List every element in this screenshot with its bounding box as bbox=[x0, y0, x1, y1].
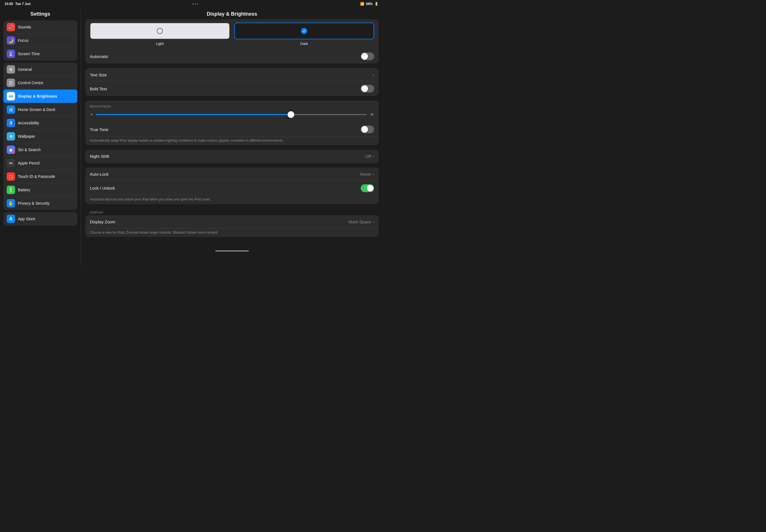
dark-mode-preview bbox=[234, 23, 374, 39]
brightness-low-icon: ☀ bbox=[90, 112, 93, 117]
display-zoom-row[interactable]: Display Zoom More Space › bbox=[85, 215, 378, 229]
true-tone-toggle[interactable] bbox=[361, 125, 374, 133]
bold-text-toggle[interactable] bbox=[361, 85, 374, 93]
sidebar-label-focus: Focus bbox=[18, 38, 28, 43]
brightness-card: BRIGHTNESS ☀ ☀ True Tone bbox=[85, 100, 378, 145]
brightness-section-label: BRIGHTNESS bbox=[90, 105, 374, 108]
sidebar-item-sounds[interactable]: 🔊 Sounds bbox=[3, 20, 77, 34]
dot3 bbox=[197, 3, 198, 4]
main-layout: Settings 🔊 Sounds 🌙 Focus ⌛ Screen Time … bbox=[0, 8, 383, 266]
auto-lock-label: Auto-Lock bbox=[90, 172, 360, 176]
sidebar-item-controlcentre[interactable]: ☰ Control Centre bbox=[3, 76, 77, 90]
display-zoom-chevron: › bbox=[373, 220, 374, 224]
dark-mode-option[interactable]: Dark bbox=[234, 23, 374, 46]
homescreen-icon: ⊞ bbox=[7, 105, 15, 114]
lock-card: Auto-Lock Never › Lock / Unlock Automati… bbox=[85, 168, 378, 204]
sidebar-label-appstore: App Store bbox=[18, 217, 35, 221]
home-indicator bbox=[81, 248, 383, 254]
sidebar-label-wallpaper: Wallpaper bbox=[18, 134, 35, 139]
privacy-icon: ✋ bbox=[7, 199, 15, 207]
night-shift-card: Night Shift Off › bbox=[85, 150, 378, 163]
battery-icon: 🔋 bbox=[374, 2, 378, 6]
lock-unlock-label: Lock / Unlock bbox=[90, 186, 361, 190]
status-left: 15:00 Tue 7 Jun bbox=[4, 2, 31, 6]
sidebar-label-display: Display & Brightness bbox=[18, 94, 57, 98]
sidebar-label-homescreen: Home Screen & Dock bbox=[18, 107, 55, 112]
sidebar-item-appstore[interactable]: A App Store bbox=[3, 212, 77, 226]
lock-unlock-subtitle: Automatically lock and unlock your iPad … bbox=[85, 195, 378, 204]
sidebar-item-display[interactable]: AA Display & Brightness bbox=[3, 90, 77, 103]
focus-icon: 🌙 bbox=[7, 36, 15, 45]
night-shift-value: Off bbox=[366, 154, 371, 159]
automatic-toggle-thumb bbox=[361, 53, 368, 60]
display-zoom-subtitle: Choose a view for iPad. Zoomed shows lar… bbox=[85, 229, 378, 237]
sidebar-label-battery: Battery bbox=[18, 188, 30, 192]
light-mode-option[interactable]: Light bbox=[90, 23, 230, 46]
night-shift-row[interactable]: Night Shift Off › bbox=[85, 150, 378, 163]
lock-unlock-toggle[interactable] bbox=[361, 184, 374, 192]
sidebar-item-wallpaper[interactable]: ❄ Wallpaper bbox=[3, 130, 77, 143]
sidebar-item-applepencil[interactable]: ✏ Apple Pencil bbox=[3, 156, 77, 170]
applepencil-icon: ✏ bbox=[7, 159, 15, 167]
bold-text-label: Bold Text bbox=[90, 86, 361, 91]
appstore-icon: A bbox=[7, 215, 15, 223]
automatic-toggle[interactable] bbox=[361, 52, 374, 60]
true-tone-toggle-thumb bbox=[361, 126, 368, 133]
text-size-row[interactable]: Text Size › bbox=[85, 68, 378, 81]
light-mode-radio[interactable] bbox=[157, 28, 163, 34]
wifi-icon: 📶 bbox=[360, 2, 364, 6]
sidebar-item-general[interactable]: ⚙ General bbox=[3, 63, 77, 76]
auto-lock-value: Never bbox=[360, 172, 371, 176]
display-zoom-label: Display Zoom bbox=[90, 219, 348, 224]
sidebar-item-screentime[interactable]: ⌛ Screen Time bbox=[3, 47, 77, 61]
sidebar-item-accessibility[interactable]: ♿ Accessibility bbox=[3, 116, 77, 130]
dot1 bbox=[192, 3, 194, 4]
text-card: Text Size › Bold Text bbox=[85, 68, 378, 96]
sidebar-item-privacy[interactable]: ✋ Privacy & Security bbox=[3, 197, 77, 210]
status-right: 📶 68% 🔋 bbox=[360, 2, 378, 6]
sidebar-item-homescreen[interactable]: ⊞ Home Screen & Dock bbox=[3, 103, 77, 116]
touchid-icon: ⬡ bbox=[7, 172, 15, 181]
mode-selector: Light Dark bbox=[85, 19, 378, 49]
display-icon: AA bbox=[7, 92, 15, 100]
sidebar-item-battery[interactable]: 🔋 Battery bbox=[3, 183, 77, 197]
automatic-label: Automatic bbox=[90, 54, 361, 59]
sidebar-item-focus[interactable]: 🌙 Focus bbox=[3, 34, 77, 47]
sidebar-label-accessibility: Accessibility bbox=[18, 121, 39, 125]
auto-lock-chevron: › bbox=[373, 172, 374, 176]
wallpaper-icon: ❄ bbox=[7, 132, 15, 141]
status-bar: 15:00 Tue 7 Jun 📶 68% 🔋 bbox=[0, 0, 383, 8]
sidebar-label-controlcentre: Control Centre bbox=[18, 81, 43, 85]
sidebar-label-sounds: Sounds bbox=[18, 25, 31, 29]
display-zoom-value: More Space bbox=[348, 219, 371, 224]
controlcentre-icon: ☰ bbox=[7, 79, 15, 87]
text-size-label: Text Size bbox=[90, 72, 373, 77]
light-mode-label: Light bbox=[156, 42, 164, 46]
sidebar-section-1: 🔊 Sounds 🌙 Focus ⌛ Screen Time bbox=[3, 20, 77, 61]
sounds-icon: 🔊 bbox=[7, 23, 15, 31]
true-tone-label: True Tone bbox=[90, 127, 361, 132]
accessibility-icon: ♿ bbox=[7, 119, 15, 127]
true-tone-row: True Tone bbox=[85, 122, 378, 137]
brightness-slider-fill bbox=[96, 114, 291, 115]
sidebar-label-applepencil: Apple Pencil bbox=[18, 161, 40, 165]
brightness-slider-track[interactable] bbox=[96, 114, 367, 115]
brightness-slider-thumb[interactable] bbox=[287, 111, 294, 118]
dark-mode-radio[interactable] bbox=[301, 28, 307, 34]
sidebar-label-privacy: Privacy & Security bbox=[18, 201, 50, 205]
auto-lock-row[interactable]: Auto-Lock Never › bbox=[85, 168, 378, 181]
sidebar-item-touchid[interactable]: ⬡ Touch ID & Passcode bbox=[3, 170, 77, 183]
light-mode-preview bbox=[90, 23, 230, 39]
battery-percentage: 68% bbox=[366, 2, 373, 6]
status-time: 15:00 bbox=[4, 2, 13, 6]
appearance-card: Light Dark Automatic bbox=[85, 19, 378, 64]
sidebar-item-siri[interactable]: ◉ Siri & Search bbox=[3, 143, 77, 156]
sidebar-label-touchid: Touch ID & Passcode bbox=[18, 174, 55, 179]
status-center bbox=[192, 3, 198, 4]
display-zoom-card: Display Zoom More Space › Choose a view … bbox=[85, 215, 378, 237]
siri-icon: ◉ bbox=[7, 146, 15, 154]
sidebar-title: Settings bbox=[0, 8, 81, 19]
sidebar-label-general: General bbox=[18, 67, 32, 72]
dark-mode-label: Dark bbox=[300, 42, 308, 46]
content-title: Display & Brightness bbox=[81, 8, 383, 19]
